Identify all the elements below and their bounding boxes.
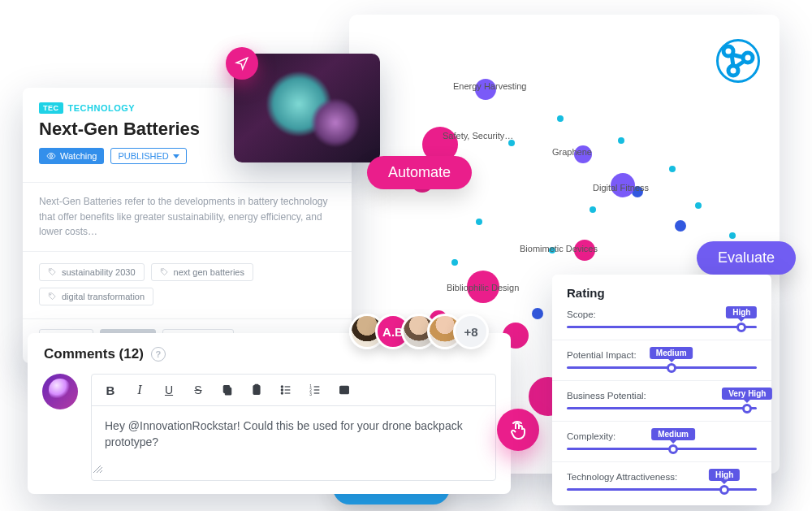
node-label: Safety, Security…	[443, 131, 513, 141]
rating-panel: Rating Scope:HighPotential Impact:Medium…	[552, 275, 771, 505]
rating-row: Technology Attractiveness:High	[567, 472, 757, 491]
collaborator-more[interactable]: +8	[453, 314, 489, 349]
node-label: Biomimetic Devices	[520, 244, 598, 253]
image-button[interactable]	[337, 383, 352, 397]
svg-point-72	[281, 389, 283, 391]
tag-label: sustainability 2030	[62, 267, 136, 277]
pill-evaluate: Evaluate	[697, 241, 796, 275]
rating-row: Potential Impact:Medium	[567, 350, 757, 369]
bulleted-list-button[interactable]	[279, 383, 293, 397]
node-label: Bibliophilic Design	[447, 283, 519, 292]
slider-handle[interactable]	[719, 485, 729, 495]
underline-button[interactable]: U	[162, 383, 176, 397]
svg-point-64	[50, 270, 51, 271]
divider	[552, 461, 771, 462]
svg-point-73	[281, 392, 283, 394]
svg-rect-68	[223, 386, 229, 393]
divider	[552, 340, 771, 340]
slider-handle[interactable]	[667, 363, 676, 373]
svg-line-8	[719, 59, 739, 266]
svg-point-32	[590, 206, 596, 213]
svg-point-65	[162, 270, 162, 271]
svg-line-3	[544, 59, 739, 157]
eye-icon	[46, 151, 56, 161]
svg-point-42	[532, 308, 543, 319]
paste-button[interactable]	[249, 383, 264, 397]
tag-icon	[48, 292, 57, 301]
svg-point-30	[695, 202, 702, 209]
slider-handle[interactable]	[736, 323, 746, 332]
svg-point-31	[729, 232, 736, 239]
pill-automate: Automate	[367, 156, 472, 189]
comment-editor: B I U S 123 Hey @InnovationRockstar! Cou…	[91, 374, 496, 481]
tag-chip[interactable]: sustainability 2030	[39, 263, 145, 281]
tag-chip[interactable]: digital transformation	[39, 288, 153, 305]
comments-panel: Comments (12) ? B I U S 123 Hey @Innovat…	[28, 333, 511, 494]
rating-badge: High	[726, 306, 757, 318]
svg-line-62	[735, 61, 745, 67]
rating-badge: Medium	[650, 347, 693, 359]
svg-point-35	[451, 259, 458, 266]
paper-plane-icon	[235, 56, 249, 71]
copy-button[interactable]	[220, 383, 235, 397]
description-text: Next-Gen Batteries refer to the developm…	[23, 183, 352, 252]
send-button[interactable]	[226, 47, 258, 80]
svg-point-29	[669, 166, 676, 172]
tap-button[interactable]	[497, 409, 539, 451]
published-label: PUBLISHED	[118, 151, 168, 161]
rating-slider[interactable]: High	[567, 488, 757, 491]
svg-point-27	[557, 115, 564, 122]
rating-badge: High	[709, 469, 740, 481]
numbered-list-button[interactable]: 123	[308, 383, 322, 397]
rating-row: Business Potential:Very High	[567, 391, 757, 409]
slider-handle[interactable]	[668, 444, 678, 454]
graph-hub-icon[interactable]	[716, 39, 760, 83]
svg-point-40	[675, 220, 686, 232]
resize-handle-icon[interactable]	[92, 466, 103, 474]
divider	[552, 421, 771, 422]
divider	[552, 380, 771, 381]
chevron-down-icon	[173, 154, 179, 158]
node-label: Digital Fitness	[593, 183, 649, 193]
watching-label: Watching	[60, 151, 97, 161]
tag-list: sustainability 2030 next gen batteries d…	[23, 252, 352, 319]
tag-chip[interactable]: next gen batteries	[151, 263, 253, 281]
comment-textarea[interactable]: Hey @InnovationRockstar! Could this be u…	[92, 406, 495, 462]
rating-slider[interactable]: Medium	[567, 448, 757, 450]
rating-slider[interactable]: Medium	[567, 366, 757, 369]
svg-point-28	[618, 137, 624, 144]
svg-text:3: 3	[309, 392, 312, 396]
node-label: Energy Harvesting	[453, 81, 527, 91]
tag-label: digital transformation	[62, 292, 145, 301]
tag-icon	[48, 267, 57, 276]
category-chip: TEC	[39, 102, 63, 114]
svg-line-87	[100, 470, 102, 473]
rating-slider[interactable]: High	[567, 326, 757, 328]
comments-heading: Comments (12)	[44, 346, 144, 362]
svg-line-61	[732, 54, 733, 66]
node-label: Graphene	[552, 147, 592, 157]
help-icon[interactable]: ?	[151, 347, 166, 362]
avatar[interactable]	[42, 374, 78, 409]
editor-toolbar: B I U S 123	[92, 375, 495, 406]
hand-tap-icon	[508, 420, 528, 440]
svg-point-71	[281, 386, 283, 388]
strike-button[interactable]: S	[191, 383, 205, 397]
tag-icon	[160, 267, 169, 276]
slider-handle[interactable]	[742, 404, 752, 414]
rating-row: Scope:High	[567, 310, 757, 328]
collaborator-stack: A.B +8	[349, 314, 489, 349]
svg-point-34	[476, 219, 482, 225]
rating-row: Complexity:Medium	[567, 431, 757, 450]
watching-chip[interactable]: Watching	[39, 148, 104, 164]
rating-badge: Very High	[722, 388, 772, 400]
rating-slider[interactable]: Very High	[567, 407, 757, 409]
bold-button[interactable]: B	[103, 383, 118, 397]
published-dropdown[interactable]: PUBLISHED	[110, 148, 186, 164]
category-name: TECHNOLOGY	[68, 103, 136, 113]
tag-label: next gen batteries	[174, 267, 244, 277]
svg-line-7	[682, 59, 739, 226]
rating-badge: Medium	[651, 428, 695, 440]
italic-button[interactable]: I	[132, 383, 147, 397]
svg-line-6	[650, 59, 739, 226]
